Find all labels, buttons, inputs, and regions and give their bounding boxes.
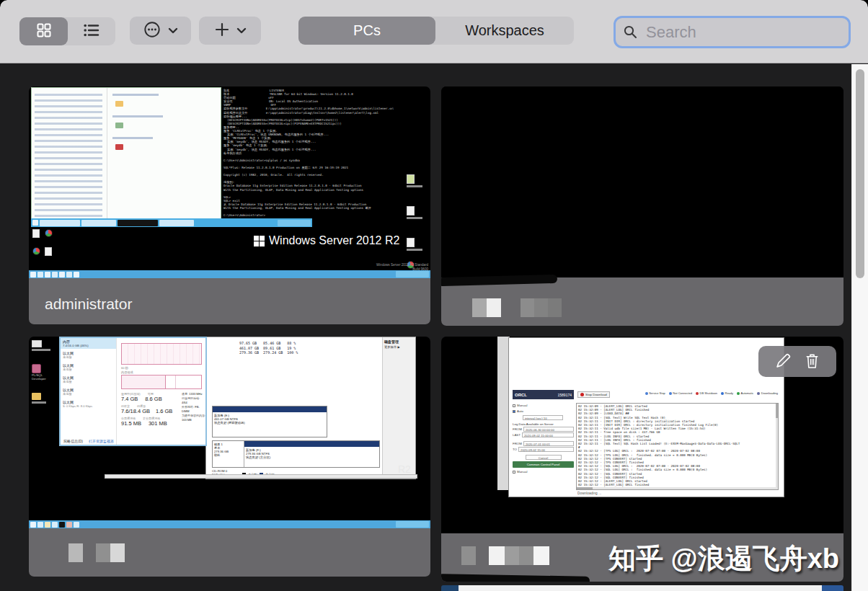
from2-label: FROM bbox=[513, 442, 522, 445]
pc-card-administrator[interactable]: 别名 LISTENER 版本 TNSLSNR for 64-bit Window… bbox=[29, 86, 430, 324]
hw-label: 已使用的插槽: bbox=[182, 396, 200, 400]
disk1-row: 磁盘 1 基本 279.36 GB 联机 新加卷 (F:) 279.36 GB … bbox=[212, 440, 380, 468]
connections-menu-button[interactable] bbox=[130, 17, 191, 45]
scrollbar-thumb[interactable] bbox=[856, 69, 864, 278]
log-viewer: 02 15:32:09 - [ALERT_LOG] ORCL started 0… bbox=[576, 403, 779, 490]
footer-resource-monitor: 打开资源监视器 bbox=[89, 439, 114, 443]
pcs-workspaces-tabs: PCs Workspaces bbox=[298, 17, 574, 45]
tab-pcs[interactable]: PCs bbox=[298, 17, 435, 45]
plsql-developer-label: PL/SQL Developer bbox=[32, 373, 46, 381]
partial-thumb-middle bbox=[459, 585, 822, 591]
list-view-button[interactable] bbox=[68, 17, 115, 45]
stop-download-button: Stop Download bbox=[577, 391, 610, 398]
stop-download-label: Stop Download bbox=[585, 393, 607, 396]
to-field: 2020-09-02 15:00 bbox=[518, 447, 574, 452]
taskbar-app bbox=[81, 220, 116, 226]
task-manager-window: 内存 7.4/16.0 GB (46%) 以太网未连接 以太网未连接 以太网未连… bbox=[59, 337, 207, 446]
to-label: TO bbox=[513, 448, 517, 451]
redacted-name bbox=[96, 543, 125, 562]
status-item: Automatic bbox=[737, 391, 753, 395]
system-tray bbox=[396, 271, 429, 277]
pc-card-redacted-1[interactable] bbox=[441, 86, 843, 326]
pc-thumbnail: PL/SQL Developer 97.65 GB 85.46 GB 88 % … bbox=[29, 337, 430, 528]
delete-pc-button[interactable] bbox=[805, 352, 820, 371]
disk-management-window: 97.65 GB 85.46 GB 88 % 461.07 GB 89.61 G… bbox=[205, 337, 416, 479]
search-field[interactable] bbox=[614, 16, 851, 48]
status-label: Automatic bbox=[741, 391, 754, 395]
stat-value: 301 MB bbox=[149, 420, 167, 427]
desktop-icon bbox=[32, 340, 50, 351]
taskmgr-footer: 简略信息(D) 打开资源监视器 bbox=[63, 439, 114, 443]
redacted-name bbox=[461, 546, 476, 565]
wallpaper-brand: Windows Server 2012 R2 bbox=[254, 234, 399, 247]
hw-value: 4/64 bbox=[182, 401, 187, 404]
memory-stats: 使用中(已压缩)可用 7.4 GB8.6 GB 已提交已缓存 7.6/18.4 … bbox=[121, 392, 180, 427]
redaction-smear bbox=[441, 574, 590, 582]
taskmgr-sidebar: 内存 7.4/16.0 GB (46%) 以太网未连接 以太网未连接 以太网未连… bbox=[61, 338, 117, 445]
pc-card-redacted-2[interactable]: PL/SQL Developer 97.65 GB 85.46 GB 88 % … bbox=[29, 337, 430, 577]
log-scrollbar bbox=[776, 404, 778, 489]
windows-logo-icon bbox=[254, 236, 265, 246]
taskmgr-eth-item: 以太网未连接 bbox=[61, 386, 116, 398]
memory-usage-chart bbox=[121, 343, 202, 365]
app-window: ORCL 1589174 Stop Download Service Stop … bbox=[508, 337, 784, 497]
grid-view-icon bbox=[36, 22, 52, 40]
pc-grid: 别名 LISTENER 版本 TNSLSNR for 64-bit Window… bbox=[0, 64, 868, 591]
status-icon-cluster: Service Stop Not Connected DB Shutdown R… bbox=[645, 391, 778, 395]
grid-view-button[interactable] bbox=[19, 17, 68, 45]
taskmgr-memory-item: 内存 7.4/16.0 GB (46%) bbox=[61, 338, 116, 349]
footer-brief-info: 简略信息(D) bbox=[63, 439, 83, 443]
hw-label: 速度: bbox=[182, 392, 188, 396]
partial-thumb-left bbox=[441, 585, 459, 591]
stat-value: 8.6 GB bbox=[145, 396, 161, 402]
nested-taskbar bbox=[31, 218, 312, 227]
edit-pc-button[interactable] bbox=[775, 352, 792, 371]
desktop-icon bbox=[32, 229, 40, 238]
taskbar-app bbox=[40, 220, 80, 226]
remote-desktop-window: PCs Workspaces bbox=[0, 0, 868, 591]
add-menu-button[interactable] bbox=[199, 17, 261, 45]
error-file-icon bbox=[115, 144, 123, 150]
taskbar-icon bbox=[52, 522, 58, 528]
taskmgr-eth-item: 以太网未连接 bbox=[61, 361, 116, 373]
explorer-tree bbox=[35, 94, 102, 220]
pencil-icon bbox=[775, 352, 792, 371]
log-lines: 02 15:32:09 - [ALERT_LOG] ORCL started 0… bbox=[577, 404, 778, 490]
db-shutdown-icon bbox=[696, 392, 699, 395]
plus-icon bbox=[214, 22, 230, 40]
scrollbar-track[interactable] bbox=[851, 64, 868, 591]
ready-icon bbox=[721, 392, 724, 395]
eth-status: 未连接 bbox=[63, 392, 114, 396]
terminal-output: 别名 LISTENER 版本 TNSLSNR for 64-bit Window… bbox=[223, 89, 394, 223]
taskbar-icon bbox=[45, 272, 50, 277]
wallpaper-r2-text: R2 bbox=[398, 463, 411, 475]
manual2-label: Manual bbox=[517, 470, 527, 474]
trash-icon bbox=[805, 352, 820, 371]
eth-status: S: 0 Kbps R: 8.0 Kbps bbox=[63, 404, 114, 408]
volume-f-label: 新加卷 (F:) 279.36 GB NTFS 状态良好 (主分区) bbox=[244, 447, 379, 461]
hw-value: 163 MB bbox=[182, 418, 192, 422]
chevron-down-icon bbox=[168, 25, 178, 36]
chart2-caption: 内存组成 bbox=[121, 370, 133, 374]
manual2-checkbox bbox=[513, 471, 515, 474]
browser-icon bbox=[32, 247, 40, 255]
automatic-icon bbox=[737, 392, 740, 395]
taskmgr-eth-item: 以太网S: 0 Kbps R: 8.0 Kbps bbox=[61, 398, 116, 410]
stat-value: 7.4 GB bbox=[121, 396, 138, 402]
explorer-group-header bbox=[112, 115, 163, 118]
pc-card-partial[interactable] bbox=[441, 585, 843, 591]
log-hscrollbar bbox=[577, 487, 778, 489]
status-label: DB Shutdown bbox=[700, 391, 717, 395]
window-strip bbox=[105, 474, 417, 479]
stop-icon bbox=[580, 393, 584, 396]
card-actions-overlay bbox=[758, 346, 836, 377]
taskbar-icon bbox=[59, 272, 65, 277]
taskbar-icon bbox=[74, 272, 79, 277]
tab-workspaces[interactable]: Workspaces bbox=[435, 17, 574, 45]
search-input[interactable] bbox=[646, 23, 854, 42]
folder-icon bbox=[115, 101, 123, 107]
disk-panel-title: 磁盘管理 bbox=[383, 337, 415, 345]
from-field: 2020-06-30 00:00:00 bbox=[523, 427, 574, 432]
pc-card-redacted-3[interactable]: ORCL 1589174 Stop Download Service Stop … bbox=[441, 337, 843, 582]
ellipsis-circle-icon bbox=[143, 20, 161, 41]
